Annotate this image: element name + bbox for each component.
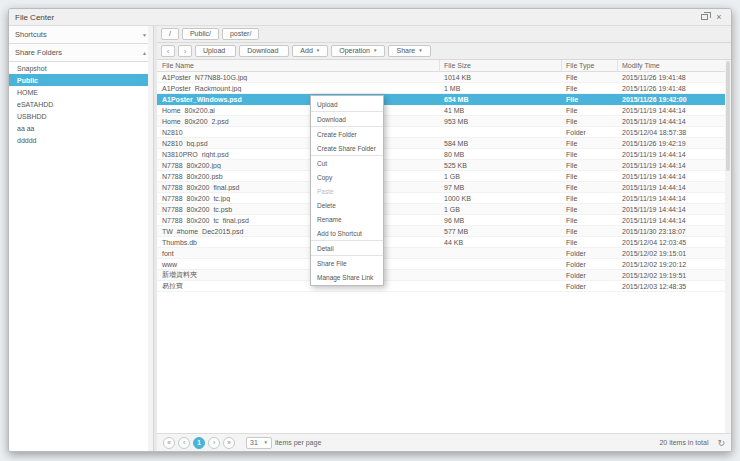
back-button[interactable]: ‹: [161, 45, 175, 57]
toolbar-button-label: Upload: [203, 47, 225, 55]
window-title: File Center: [15, 13, 54, 22]
table-scrollbar[interactable]: [725, 60, 731, 433]
table-row[interactable]: N7788_80x200_tc.jpg 1000 KB File 2015/11…: [157, 193, 725, 204]
table-row[interactable]: Thumbs.db 44 KB File 2015/12/04 12:03:45: [157, 237, 725, 248]
context-menu-item[interactable]: Copy: [311, 170, 383, 184]
context-menu-item[interactable]: Share File: [311, 255, 383, 270]
toolbar-button[interactable]: Download: [239, 45, 289, 57]
table-row[interactable]: N2810_bg.psd 584 MB File 2015/11/26 19:4…: [157, 138, 725, 149]
toolbar-button[interactable]: Share ▼: [388, 45, 430, 57]
cell-file-name: font: [157, 250, 440, 257]
chevron-up-icon: ▲: [142, 50, 147, 56]
prev-page-button[interactable]: ‹: [178, 437, 190, 449]
next-page-button[interactable]: ›: [208, 437, 220, 449]
table-row[interactable]: N7788_80x200.psb 1 GB File 2015/11/19 14…: [157, 171, 725, 182]
toolbar-button[interactable]: Add ▼: [292, 45, 328, 57]
table-header: File Name File Size File Type Modify Tim…: [157, 60, 731, 72]
column-header-modify-time[interactable]: Modify Time: [618, 60, 725, 71]
cell-file-type: File: [562, 118, 618, 125]
table-row[interactable]: N7788_80x200.jpg 525 KB File 2015/11/19 …: [157, 160, 725, 171]
cell-file-name: Home_80x200_2.psd: [157, 118, 440, 125]
context-menu-item[interactable]: Cut: [311, 155, 383, 170]
table-row[interactable]: A1Poster_N77N88-10G.jpg 1014 KB File 201…: [157, 72, 725, 83]
sidebar-folder-item[interactable]: HOME: [9, 86, 153, 98]
current-page-button[interactable]: 1: [193, 437, 205, 449]
cell-modify-time: 2015/12/02 19:15:01: [618, 250, 725, 257]
toolbar-button[interactable]: Operation ▼: [331, 45, 385, 57]
table-row[interactable]: 易拉寶 Folder 2015/12/03 12:48:35: [157, 281, 725, 292]
cell-file-size: 654 MB: [440, 96, 562, 103]
context-menu-item[interactable]: Delete: [311, 198, 383, 212]
table-rows: A1Poster_N77N88-10G.jpg 1014 KB File 201…: [157, 72, 731, 433]
context-menu-item[interactable]: Manage Share Link: [311, 270, 383, 284]
table-row[interactable]: Home_80x200_2.psd 953 MB File 2015/11/19…: [157, 116, 725, 127]
cell-modify-time: 2015/11/19 14:44:14: [618, 162, 725, 169]
chevron-down-icon: ▼: [373, 47, 377, 55]
cell-file-type: File: [562, 151, 618, 158]
cell-file-name: Thumbs.db: [157, 239, 440, 246]
sidebar-folder-item[interactable]: Public: [9, 74, 153, 86]
restore-button[interactable]: [698, 11, 710, 23]
cell-modify-time: 2015/11/26 19:41:48: [618, 85, 725, 92]
forward-button[interactable]: ›: [178, 45, 192, 57]
breadcrumb: / Public/ poster/: [157, 26, 731, 43]
breadcrumb-item[interactable]: poster/: [222, 28, 259, 40]
cell-file-name: N7788_80x200_tc_final.psd: [157, 217, 440, 224]
sidebar-folder-item[interactable]: aa aa: [9, 122, 153, 134]
table-row[interactable]: N7788_80x200_final.psd 97 MB File 2015/1…: [157, 182, 725, 193]
cell-file-type: File: [562, 239, 618, 246]
cell-file-type: File: [562, 140, 618, 147]
breadcrumb-item[interactable]: Public/: [182, 28, 219, 40]
cell-file-size: 44 KB: [440, 239, 562, 246]
cell-file-name: N7788_80x200_tc.psb: [157, 206, 440, 213]
column-header-file-type[interactable]: File Type: [562, 60, 618, 71]
cell-modify-time: 2015/12/03 12:48:35: [618, 283, 725, 290]
column-header-file-size[interactable]: File Size: [440, 60, 562, 71]
refresh-icon[interactable]: ↻: [717, 438, 725, 448]
sidebar-folder-item[interactable]: eSATAHDD: [9, 98, 153, 110]
sidebar-folder-item[interactable]: ddddd: [9, 134, 153, 146]
breadcrumb-item[interactable]: /: [161, 28, 179, 40]
table-row[interactable]: N7788_80x200_tc.psb 1 GB File 2015/11/19…: [157, 204, 725, 215]
cell-modify-time: 2015/11/26 19:42:19: [618, 140, 725, 147]
column-header-file-name[interactable]: File Name: [157, 60, 440, 71]
close-button[interactable]: ×: [713, 11, 725, 23]
context-menu-item[interactable]: Upload: [311, 97, 383, 111]
context-menu-item[interactable]: Paste: [311, 184, 383, 198]
scrollbar-thumb[interactable]: [726, 61, 730, 171]
sidebar-section-share-folders[interactable]: Share Folders ▲: [9, 44, 153, 62]
cell-file-size: 97 MB: [440, 184, 562, 191]
cell-file-name: Home_80x200.ai: [157, 107, 440, 114]
first-page-button[interactable]: «: [163, 437, 175, 449]
toolbar-button[interactable]: Upload: [195, 45, 236, 57]
page-size-select[interactable]: 31 ▼: [246, 437, 272, 449]
table-row[interactable]: N3810PRO_right.psd 80 MB File 2015/11/19…: [157, 149, 725, 160]
cell-modify-time: 2015/12/04 12:03:45: [618, 239, 725, 246]
table-row[interactable]: N7788_80x200_tc_final.psd 96 MB File 201…: [157, 215, 725, 226]
context-menu-item[interactable]: Create Folder: [311, 126, 383, 141]
sidebar-section-shortcuts[interactable]: Shortcuts ▼: [9, 26, 153, 44]
table-row[interactable]: N2810 Folder 2015/12/04 18:57:38: [157, 127, 725, 138]
table-row[interactable]: www Folder 2015/12/02 19:20:12: [157, 259, 725, 270]
context-menu-item[interactable]: Detail: [311, 240, 383, 255]
last-page-button[interactable]: »: [223, 437, 235, 449]
context-menu-item[interactable]: Create Share Folder: [311, 141, 383, 155]
cell-modify-time: 2015/11/19 14:44:14: [618, 206, 725, 213]
title-bar: File Center ×: [9, 9, 731, 26]
cell-modify-time: 2015/12/02 19:19:51: [618, 272, 725, 279]
table-row[interactable]: A1Poster_Rackmount.jpg 1 MB File 2015/11…: [157, 83, 725, 94]
sidebar-folder-item[interactable]: USBHDD: [9, 110, 153, 122]
table-row[interactable]: TW_#home_Dec2015.psd 577 MB File 2015/11…: [157, 226, 725, 237]
cell-file-name: N7788_80x200.jpg: [157, 162, 440, 169]
sidebar-scrollbar[interactable]: [148, 26, 153, 451]
table-row[interactable]: Home_80x200.ai 41 MB File 2015/11/19 14:…: [157, 105, 725, 116]
context-menu-item[interactable]: Rename: [311, 212, 383, 226]
context-menu-item[interactable]: Add to Shortcut: [311, 226, 383, 240]
toolbar-button-label: Download: [247, 47, 278, 55]
table-row[interactable]: A1Poster_Windows.psd 654 MB File 2015/11…: [157, 94, 725, 105]
table-row[interactable]: 新增資料夾 Folder 2015/12/02 19:19:51: [157, 270, 725, 281]
restore-icon: [701, 14, 708, 20]
context-menu-item[interactable]: Download: [311, 111, 383, 126]
table-row[interactable]: font Folder 2015/12/02 19:15:01: [157, 248, 725, 259]
sidebar-folder-item[interactable]: Snapshot: [9, 62, 153, 74]
